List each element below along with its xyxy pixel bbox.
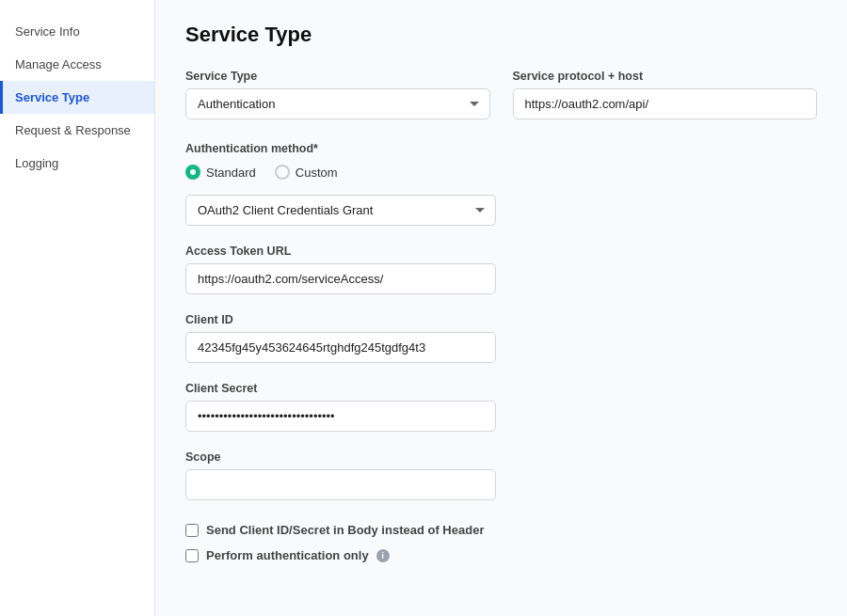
perform-auth-label: Perform authentication only [206,548,369,562]
main-content: Service Type Service Type Authentication… [155,0,847,616]
radio-custom-circle [275,165,290,180]
client-id-input[interactable] [185,332,496,363]
scope-input[interactable] [185,469,496,500]
service-type-group: Service Type Authentication [185,70,490,119]
service-protocol-group: Service protocol + host [513,70,818,119]
perform-auth-info-icon[interactable]: i [376,549,390,562]
radio-group: Standard Custom [185,165,817,180]
sidebar-item-manage-access[interactable]: Manage Access [0,48,154,81]
access-token-group: Access Token URL [185,245,496,294]
radio-standard-label: Standard [206,166,256,180]
radio-standard-circle [185,165,200,180]
auth-method-label: Authentication method* [185,142,817,155]
client-secret-label: Client Secret [185,382,496,395]
access-token-label: Access Token URL [185,245,496,258]
send-client-checkbox[interactable] [185,524,199,537]
send-client-label: Send Client ID/Secret in Body instead of… [206,523,484,537]
access-token-input[interactable] [185,263,496,294]
radio-custom-label: Custom [296,166,338,180]
scope-group: Scope [185,450,496,500]
client-id-label: Client ID [185,313,496,326]
oauth-grant-group: OAuth2 Client Credentials Grant [185,195,496,226]
auth-method-section: Authentication method* Standard Custom O… [185,142,817,226]
sidebar-item-logging[interactable]: Logging [0,147,154,180]
radio-standard[interactable]: Standard [185,165,256,180]
perform-auth-checkbox[interactable] [185,549,199,562]
sidebar-item-request-response[interactable]: Request & Response [0,114,154,147]
service-protocol-input[interactable] [513,88,818,119]
service-type-select[interactable]: Authentication [185,88,490,119]
radio-custom[interactable]: Custom [275,165,338,180]
scope-label: Scope [185,450,496,464]
perform-auth-checkbox-group[interactable]: Perform authentication only i [185,548,817,562]
client-secret-group: Client Secret [185,382,496,432]
sidebar-item-service-type[interactable]: Service Type [0,81,154,114]
client-secret-input[interactable] [185,401,496,432]
page-title: Service Type [185,23,817,47]
client-id-group: Client ID [185,313,496,363]
service-type-label: Service Type [185,70,490,83]
oauth-grant-select[interactable]: OAuth2 Client Credentials Grant [185,195,496,226]
sidebar-item-service-info[interactable]: Service Info [0,15,154,48]
sidebar: Service InfoManage AccessService TypeReq… [0,0,155,616]
service-protocol-label: Service protocol + host [513,70,818,83]
send-client-checkbox-group[interactable]: Send Client ID/Secret in Body instead of… [185,523,817,537]
